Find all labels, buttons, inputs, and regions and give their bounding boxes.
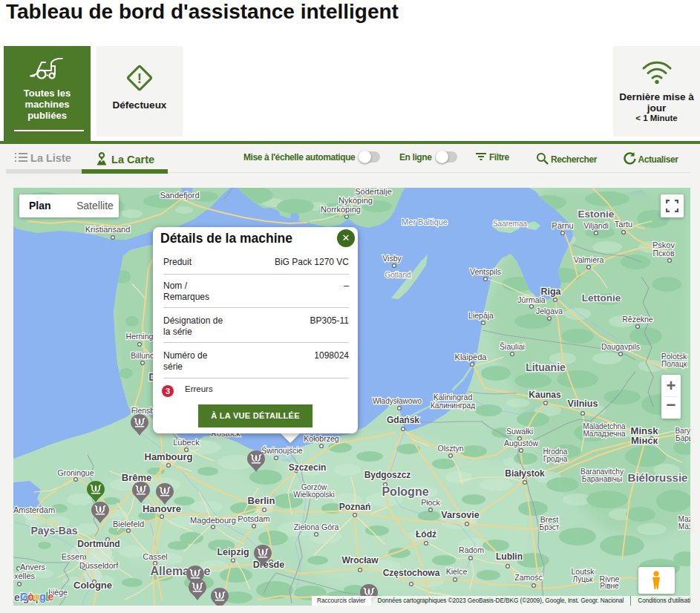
svg-text:Łódź: Łódź xyxy=(416,529,436,540)
svg-text:Klaipėda: Klaipėda xyxy=(455,353,488,361)
svg-text:Magdebourg: Magdebourg xyxy=(190,516,236,525)
svg-text:Gotland: Gotland xyxy=(385,271,410,279)
svg-text:Hambourg: Hambourg xyxy=(145,451,193,462)
svg-text:Kielce: Kielce xyxy=(446,567,468,576)
svg-text:Świnoujście: Świnoujście xyxy=(261,446,303,455)
svg-text:Valmiera: Valmiera xyxy=(574,255,604,264)
svg-text:Pologne: Pologne xyxy=(382,485,428,498)
svg-text:Anvers: Anvers xyxy=(20,563,46,571)
svg-text:Essen: Essen xyxy=(62,552,85,561)
svg-text:Cologne: Cologne xyxy=(73,580,112,591)
svg-text:Gdańsk: Gdańsk xyxy=(387,415,419,425)
svg-text:Hanovre: Hanovre xyxy=(143,503,181,514)
svg-text:Гродна: Гродна xyxy=(543,455,568,463)
svg-text:Białystok: Białystok xyxy=(505,468,545,479)
svg-text:Zamość: Zamość xyxy=(514,573,542,582)
svg-text:Калининград: Калининград xyxy=(431,401,475,410)
svg-text:Amsterdam: Amsterdam xyxy=(13,505,55,514)
svg-text:Visby: Visby xyxy=(382,254,402,263)
svg-text:Ventspils: Ventspils xyxy=(470,267,501,276)
svg-text:Мінск: Мінск xyxy=(631,435,658,446)
svg-text:Tartu: Tartu xyxy=(615,220,632,229)
svg-text:Cassel: Cassel xyxy=(143,552,168,561)
svg-text:Lübeck: Lübeck xyxy=(173,438,200,447)
svg-text:Częstochowa: Częstochowa xyxy=(383,568,440,578)
svg-text:Szczecin: Szczecin xyxy=(289,462,327,473)
svg-text:Groningue: Groningue xyxy=(57,468,94,477)
svg-text:Kaunas: Kaunas xyxy=(529,390,561,400)
svg-text:Wrocław: Wrocław xyxy=(341,555,379,566)
svg-text:Saaremaa: Saaremaa xyxy=(493,220,528,228)
svg-text:Lituanie: Lituanie xyxy=(526,361,566,373)
svg-text:Augustów: Augustów xyxy=(504,439,539,448)
svg-text:Norrköping: Norrköping xyxy=(321,205,361,214)
svg-text:Billund: Billund xyxy=(131,351,154,360)
svg-text:Lublin: Lublin xyxy=(496,551,523,562)
svg-text:Herning: Herning xyxy=(126,332,154,341)
svg-text:Wielkopolski: Wielkopolski xyxy=(293,491,335,499)
svg-text:Viljandi: Viljandi xyxy=(583,221,609,230)
svg-text:Šiauliai: Šiauliai xyxy=(500,342,525,351)
svg-text:Mer Baltique: Mer Baltique xyxy=(402,217,448,226)
svg-text:Kaliningrad: Kaliningrad xyxy=(434,393,473,401)
svg-text:Sandefjord: Sandefjord xyxy=(160,191,199,200)
svg-text:Biélorussie: Biélorussie xyxy=(628,471,688,484)
svg-text:Berlin: Berlin xyxy=(248,495,275,506)
svg-text:Poznań: Poznań xyxy=(339,502,371,512)
svg-text:Brême: Brême xyxy=(122,472,151,483)
svg-text:Pays-Bas: Pays-Bas xyxy=(30,525,77,537)
svg-text:Düsseldorf: Düsseldorf xyxy=(79,561,120,570)
svg-text:Władysławowo: Władysławowo xyxy=(373,397,422,405)
svg-text:Potsdam: Potsdam xyxy=(238,514,269,523)
svg-text:Vilnius: Vilnius xyxy=(568,399,598,409)
svg-text:!: ! xyxy=(137,71,142,86)
svg-text:Kołobrzeg: Kołobrzeg xyxy=(304,434,338,443)
svg-text:Баранавічы: Баранавічы xyxy=(582,475,622,483)
svg-text:Dresde: Dresde xyxy=(253,560,284,570)
svg-text:Jūrmala: Jūrmala xyxy=(517,295,546,304)
svg-text:Dortmund: Dortmund xyxy=(77,539,120,549)
svg-text:Radom: Radom xyxy=(459,545,484,554)
svg-text:Leipzig: Leipzig xyxy=(217,547,249,557)
svg-text:Псков: Псков xyxy=(653,249,675,258)
svg-text:Барыс: Барыс xyxy=(676,434,690,442)
svg-text:Daugavpils: Daugavpils xyxy=(601,342,640,351)
svg-text:Jelgava: Jelgava xyxy=(536,306,563,315)
svg-text:Рівне: Рівне xyxy=(600,582,619,590)
svg-text:Liepāja: Liepāja xyxy=(468,311,494,320)
svg-text:Bydgoszcz: Bydgoszcz xyxy=(364,470,411,480)
svg-text:Луцьк: Луцьк xyxy=(573,575,594,583)
svg-text:Södertälje: Södertälje xyxy=(355,188,392,196)
svg-text:Olsztyn: Olsztyn xyxy=(437,444,463,453)
svg-text:Płock: Płock xyxy=(421,498,440,507)
svg-text:Bielefeld: Bielefeld xyxy=(113,519,144,528)
svg-text:Маз: Маз xyxy=(678,522,690,531)
svg-text:Маладзечна: Маладзечна xyxy=(583,430,626,438)
svg-text:Varsovie: Varsovie xyxy=(441,510,479,520)
svg-text:Lettonie: Lettonie xyxy=(582,292,621,304)
svg-text:xelles: xelles xyxy=(14,571,36,580)
svg-text:Брэст: Брэст xyxy=(540,523,560,531)
svg-text:Rēzekne: Rēzekne xyxy=(622,315,653,324)
svg-text:Suwałki: Suwałki xyxy=(506,427,533,436)
svg-text:Pärnu: Pärnu xyxy=(552,221,573,230)
svg-text:Nyköping: Nyköping xyxy=(338,196,373,205)
svg-text:Полацк: Полацк xyxy=(661,360,687,368)
svg-text:Kristiansand: Kristiansand xyxy=(85,225,131,234)
svg-text:Zielona Góra: Zielona Góra xyxy=(294,522,339,531)
svg-text:Estonie: Estonie xyxy=(578,209,615,220)
